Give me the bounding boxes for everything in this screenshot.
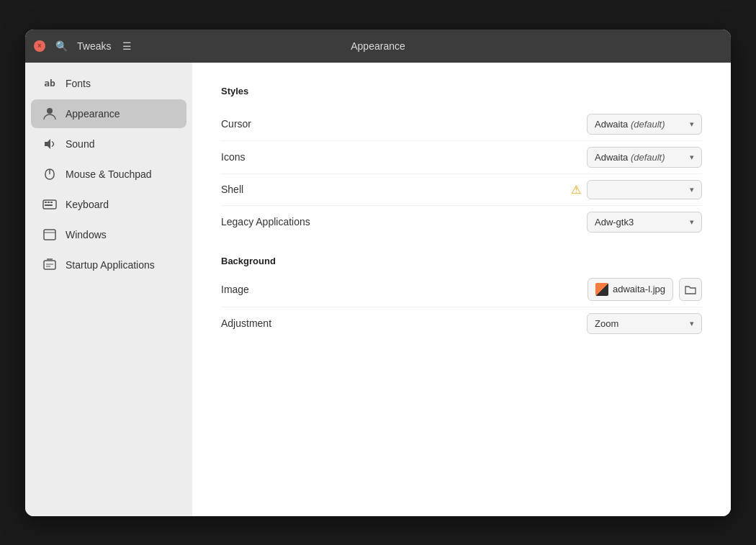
shell-row: Shell ⚠ ▾: [221, 174, 702, 206]
sidebar-item-label-startup: Startup Applications: [66, 259, 155, 271]
sidebar-item-label-keyboard: Keyboard: [66, 199, 109, 210]
sidebar-item-label-mouse: Mouse & Touchpad: [66, 168, 152, 180]
icons-label: Icons: [221, 151, 245, 163]
svg-rect-8: [45, 204, 53, 206]
search-button[interactable]: 🔍: [51, 36, 71, 56]
styles-section-title: Styles: [221, 86, 702, 96]
icons-dropdown-value: Adwaita (default): [595, 152, 665, 163]
sidebar-item-windows[interactable]: Windows: [31, 220, 186, 249]
page-title-header: Appearance: [351, 40, 405, 52]
fonts-icon: ab: [42, 76, 57, 91]
sound-icon: [42, 137, 57, 151]
adjustment-dropdown-value: Zoom: [595, 318, 618, 329]
adjustment-row: Adjustment Zoom ▾: [221, 307, 702, 340]
app-title: Tweaks: [77, 40, 111, 52]
cursor-row: Cursor Adwaita (default) ▾: [221, 108, 702, 141]
sidebar-item-mouse-touchpad[interactable]: Mouse & Touchpad: [31, 160, 186, 189]
icons-dropdown-arrow: ▾: [690, 153, 694, 162]
image-label: Image: [221, 284, 249, 295]
legacy-applications-control: Adw-gtk3 ▾: [587, 212, 702, 233]
sidebar-item-startup-applications[interactable]: Startup Applications: [31, 251, 186, 279]
appearance-icon: [42, 107, 57, 121]
cursor-dropdown[interactable]: Adwaita (default) ▾: [587, 114, 702, 135]
sidebar-item-fonts[interactable]: ab Fonts: [31, 69, 186, 98]
startup-icon: [42, 258, 57, 272]
shell-warning-icon: ⚠: [571, 183, 581, 197]
legacy-applications-row: Legacy Applications Adw-gtk3 ▾: [221, 206, 702, 238]
shell-label: Shell: [221, 184, 243, 195]
close-button[interactable]: ×: [34, 40, 45, 52]
cursor-control: Adwaita (default) ▾: [587, 114, 702, 135]
icons-row: Icons Adwaita (default) ▾: [221, 141, 702, 174]
svg-rect-9: [44, 230, 55, 240]
sidebar: ab Fonts Appearance: [25, 63, 192, 516]
sidebar-item-label-appearance: Appearance: [66, 108, 120, 120]
shell-dropdown-arrow: ▾: [690, 185, 694, 194]
content-area: ab Fonts Appearance: [25, 63, 731, 516]
svg-rect-5: [45, 202, 47, 203]
svg-rect-7: [50, 202, 53, 203]
folder-button[interactable]: [679, 278, 702, 301]
background-section-title: Background: [221, 256, 702, 266]
adjustment-dropdown-arrow: ▾: [690, 319, 694, 328]
svg-rect-11: [44, 261, 55, 269]
legacy-applications-dropdown[interactable]: Adw-gtk3 ▾: [587, 212, 702, 233]
image-thumbnail: [595, 283, 608, 296]
adjustment-label: Adjustment: [221, 317, 271, 329]
legacy-applications-dropdown-arrow: ▾: [690, 217, 694, 227]
icons-dropdown[interactable]: Adwaita (default) ▾: [587, 147, 702, 168]
image-control: adwaita-l.jpg: [588, 278, 702, 301]
sidebar-item-keyboard[interactable]: Keyboard: [31, 190, 186, 219]
keyboard-icon: [42, 197, 57, 212]
hamburger-button[interactable]: ☰: [117, 36, 137, 56]
sidebar-item-label-sound: Sound: [66, 138, 94, 150]
cursor-dropdown-arrow: ▾: [690, 120, 694, 129]
cursor-label: Cursor: [221, 118, 251, 130]
shell-control: ⚠ ▾: [571, 180, 702, 199]
legacy-applications-label: Legacy Applications: [221, 216, 310, 228]
windows-icon: [42, 228, 57, 242]
styles-section: Styles Cursor Adwaita (default) ▾ Icons: [221, 86, 702, 238]
icons-control: Adwaita (default) ▾: [587, 147, 702, 168]
sidebar-item-sound[interactable]: Sound: [31, 130, 186, 158]
adjustment-control: Zoom ▾: [587, 313, 702, 334]
titlebar-left: × 🔍 Tweaks ☰: [34, 36, 137, 56]
shell-dropdown[interactable]: ▾: [587, 180, 702, 199]
mouse-icon: [42, 167, 57, 181]
svg-rect-6: [48, 202, 50, 203]
image-preview[interactable]: adwaita-l.jpg: [588, 278, 673, 301]
titlebar: × 🔍 Tweaks ☰ Appearance: [25, 30, 731, 63]
main-content: Styles Cursor Adwaita (default) ▾ Icons: [192, 63, 731, 516]
sidebar-item-appearance[interactable]: Appearance: [31, 99, 186, 128]
background-section: Background Image adwaita-l.jpg: [221, 256, 702, 340]
image-filename: adwaita-l.jpg: [613, 284, 665, 294]
sidebar-item-label-windows: Windows: [66, 229, 107, 240]
sidebar-item-label-fonts: Fonts: [66, 78, 91, 89]
svg-point-0: [47, 108, 53, 114]
cursor-dropdown-value: Adwaita (default): [595, 119, 665, 130]
svg-marker-1: [45, 139, 50, 149]
legacy-applications-dropdown-value: Adw-gtk3: [595, 217, 634, 228]
adjustment-dropdown[interactable]: Zoom ▾: [587, 313, 702, 334]
image-row: Image adwaita-l.jpg: [221, 272, 702, 307]
tweaks-window: × 🔍 Tweaks ☰ Appearance ab Fonts Appear: [25, 30, 731, 516]
